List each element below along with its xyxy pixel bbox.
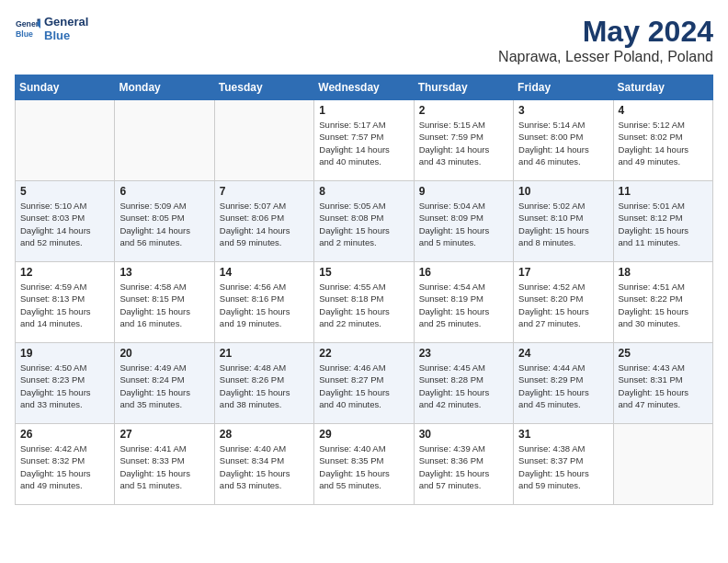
day-info: Sunrise: 5:02 AM Sunset: 8:10 PM Dayligh…	[518, 200, 608, 248]
day-number: 15	[319, 266, 408, 279]
day-number: 23	[419, 347, 508, 360]
day-info: Sunrise: 4:42 AM Sunset: 8:32 PM Dayligh…	[20, 442, 109, 491]
calendar-day-31: 31Sunrise: 4:38 AM Sunset: 8:37 PM Dayli…	[514, 424, 613, 505]
day-info: Sunrise: 4:52 AM Sunset: 8:20 PM Dayligh…	[518, 281, 608, 329]
calendar-day-15: 15Sunrise: 4:55 AM Sunset: 8:18 PM Dayli…	[314, 262, 414, 343]
title-section: May 2024 Naprawa, Lesser Poland, Poland	[498, 15, 713, 65]
day-info: Sunrise: 4:49 AM Sunset: 8:24 PM Dayligh…	[119, 362, 209, 410]
calendar-day-6: 6Sunrise: 5:09 AM Sunset: 8:05 PM Daylig…	[115, 181, 214, 262]
day-info: Sunrise: 4:41 AM Sunset: 8:33 PM Dayligh…	[119, 442, 209, 491]
day-number: 28	[220, 428, 309, 441]
day-number: 3	[518, 104, 608, 117]
calendar-empty-cell	[214, 100, 313, 181]
day-info: Sunrise: 4:45 AM Sunset: 8:28 PM Dayligh…	[419, 362, 508, 410]
day-number: 11	[619, 185, 708, 198]
calendar-day-13: 13Sunrise: 4:58 AM Sunset: 8:15 PM Dayli…	[115, 262, 214, 343]
day-number: 4	[619, 104, 708, 117]
calendar-day-29: 29Sunrise: 4:40 AM Sunset: 8:35 PM Dayli…	[314, 424, 414, 505]
calendar-header-row: SundayMondayTuesdayWednesdayThursdayFrid…	[16, 75, 713, 100]
calendar-day-8: 8Sunrise: 5:05 AM Sunset: 8:08 PM Daylig…	[314, 181, 414, 262]
day-number: 19	[20, 347, 109, 360]
logo-line1: General	[44, 15, 88, 29]
day-info: Sunrise: 5:07 AM Sunset: 8:06 PM Dayligh…	[220, 200, 309, 248]
calendar-day-3: 3Sunrise: 5:14 AM Sunset: 8:00 PM Daylig…	[514, 100, 613, 181]
calendar-day-9: 9Sunrise: 5:04 AM Sunset: 8:09 PM Daylig…	[414, 181, 513, 262]
header-thursday: Thursday	[414, 75, 513, 100]
day-info: Sunrise: 4:59 AM Sunset: 8:13 PM Dayligh…	[20, 281, 109, 329]
calendar-day-19: 19Sunrise: 4:50 AM Sunset: 8:23 PM Dayli…	[16, 343, 115, 424]
day-number: 24	[518, 347, 608, 360]
day-info: Sunrise: 4:51 AM Sunset: 8:22 PM Dayligh…	[619, 281, 708, 329]
logo: General Blue General Blue	[15, 15, 88, 42]
day-info: Sunrise: 4:43 AM Sunset: 8:31 PM Dayligh…	[619, 362, 708, 410]
day-info: Sunrise: 5:01 AM Sunset: 8:12 PM Dayligh…	[619, 200, 708, 248]
day-number: 7	[220, 185, 309, 198]
day-info: Sunrise: 4:58 AM Sunset: 8:15 PM Dayligh…	[119, 281, 209, 329]
calendar-week-row: 12Sunrise: 4:59 AM Sunset: 8:13 PM Dayli…	[16, 262, 713, 343]
day-info: Sunrise: 5:05 AM Sunset: 8:08 PM Dayligh…	[319, 200, 408, 248]
logo-line2: Blue	[44, 29, 88, 42]
header-sunday: Sunday	[16, 75, 115, 100]
calendar-day-24: 24Sunrise: 4:44 AM Sunset: 8:29 PM Dayli…	[514, 343, 613, 424]
calendar-empty-cell	[613, 424, 712, 505]
header-wednesday: Wednesday	[314, 75, 414, 100]
calendar-week-row: 19Sunrise: 4:50 AM Sunset: 8:23 PM Dayli…	[16, 343, 713, 424]
calendar-title: May 2024	[498, 15, 713, 49]
day-info: Sunrise: 4:39 AM Sunset: 8:36 PM Dayligh…	[419, 442, 508, 491]
header-tuesday: Tuesday	[214, 75, 313, 100]
svg-text:Blue: Blue	[16, 29, 33, 39]
day-number: 8	[319, 185, 408, 198]
day-info: Sunrise: 4:40 AM Sunset: 8:35 PM Dayligh…	[319, 442, 408, 491]
calendar-day-28: 28Sunrise: 4:40 AM Sunset: 8:34 PM Dayli…	[214, 424, 313, 505]
day-number: 9	[419, 185, 508, 198]
day-number: 2	[419, 104, 508, 117]
day-info: Sunrise: 5:12 AM Sunset: 8:02 PM Dayligh…	[619, 119, 708, 167]
day-number: 10	[518, 185, 608, 198]
calendar-day-25: 25Sunrise: 4:43 AM Sunset: 8:31 PM Dayli…	[613, 343, 712, 424]
calendar-day-27: 27Sunrise: 4:41 AM Sunset: 8:33 PM Dayli…	[115, 424, 214, 505]
calendar-day-1: 1Sunrise: 5:17 AM Sunset: 7:57 PM Daylig…	[314, 100, 414, 181]
calendar-empty-cell	[115, 100, 214, 181]
day-info: Sunrise: 5:14 AM Sunset: 8:00 PM Dayligh…	[518, 119, 608, 167]
calendar-day-26: 26Sunrise: 4:42 AM Sunset: 8:32 PM Dayli…	[16, 424, 115, 505]
calendar-day-10: 10Sunrise: 5:02 AM Sunset: 8:10 PM Dayli…	[514, 181, 613, 262]
calendar-table: SundayMondayTuesdayWednesdayThursdayFrid…	[15, 75, 713, 505]
day-info: Sunrise: 4:50 AM Sunset: 8:23 PM Dayligh…	[20, 362, 109, 410]
day-info: Sunrise: 5:15 AM Sunset: 7:59 PM Dayligh…	[419, 119, 508, 167]
day-info: Sunrise: 4:38 AM Sunset: 8:37 PM Dayligh…	[518, 442, 608, 491]
day-info: Sunrise: 5:17 AM Sunset: 7:57 PM Dayligh…	[319, 119, 408, 167]
header-monday: Monday	[115, 75, 214, 100]
day-number: 21	[220, 347, 309, 360]
day-number: 14	[220, 266, 309, 279]
header-saturday: Saturday	[613, 75, 712, 100]
calendar-day-11: 11Sunrise: 5:01 AM Sunset: 8:12 PM Dayli…	[613, 181, 712, 262]
calendar-subtitle: Naprawa, Lesser Poland, Poland	[498, 49, 713, 65]
day-number: 29	[319, 428, 408, 441]
calendar-day-17: 17Sunrise: 4:52 AM Sunset: 8:20 PM Dayli…	[514, 262, 613, 343]
svg-text:General: General	[16, 19, 40, 29]
page-header: General Blue General Blue May 2024 Napra…	[15, 15, 713, 67]
day-number: 12	[20, 266, 109, 279]
calendar-day-21: 21Sunrise: 4:48 AM Sunset: 8:26 PM Dayli…	[214, 343, 313, 424]
day-number: 6	[119, 185, 209, 198]
day-number: 1	[319, 104, 408, 117]
calendar-week-row: 26Sunrise: 4:42 AM Sunset: 8:32 PM Dayli…	[16, 424, 713, 505]
day-info: Sunrise: 4:55 AM Sunset: 8:18 PM Dayligh…	[319, 281, 408, 329]
day-number: 25	[619, 347, 708, 360]
header-friday: Friday	[514, 75, 613, 100]
calendar-day-12: 12Sunrise: 4:59 AM Sunset: 8:13 PM Dayli…	[16, 262, 115, 343]
calendar-day-18: 18Sunrise: 4:51 AM Sunset: 8:22 PM Dayli…	[613, 262, 712, 343]
day-info: Sunrise: 4:54 AM Sunset: 8:19 PM Dayligh…	[419, 281, 508, 329]
calendar-day-16: 16Sunrise: 4:54 AM Sunset: 8:19 PM Dayli…	[414, 262, 513, 343]
day-number: 18	[619, 266, 708, 279]
calendar-week-row: 5Sunrise: 5:10 AM Sunset: 8:03 PM Daylig…	[16, 181, 713, 262]
day-number: 31	[518, 428, 608, 441]
day-number: 13	[119, 266, 209, 279]
day-info: Sunrise: 4:44 AM Sunset: 8:29 PM Dayligh…	[518, 362, 608, 410]
day-info: Sunrise: 5:09 AM Sunset: 8:05 PM Dayligh…	[119, 200, 209, 248]
calendar-day-14: 14Sunrise: 4:56 AM Sunset: 8:16 PM Dayli…	[214, 262, 313, 343]
day-number: 26	[20, 428, 109, 441]
calendar-day-4: 4Sunrise: 5:12 AM Sunset: 8:02 PM Daylig…	[613, 100, 712, 181]
day-info: Sunrise: 5:04 AM Sunset: 8:09 PM Dayligh…	[419, 200, 508, 248]
calendar-week-row: 1Sunrise: 5:17 AM Sunset: 7:57 PM Daylig…	[16, 100, 713, 181]
